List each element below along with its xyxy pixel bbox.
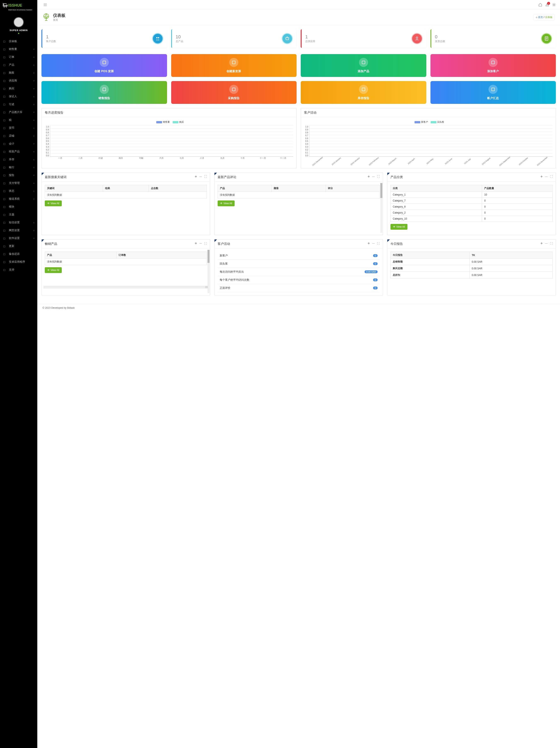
sidebar-item[interactable]: ◻更新 — [0, 242, 37, 250]
action-card[interactable]: 销售报告 — [42, 81, 167, 104]
panel-monthly-progress: 每月进度报告 销售量 购买 1.00.90.80.70.60.50.40.30.… — [42, 108, 297, 168]
sidebar-item[interactable]: ◻顾客› — [0, 69, 37, 77]
nav-icon: ◻ — [3, 182, 6, 185]
sidebar-item[interactable]: ◻主题 — [0, 211, 37, 218]
action-card[interactable]: 添加产品 — [301, 54, 426, 77]
stat-card[interactable]: 0发票总额 — [431, 29, 556, 48]
nav-label: 税 — [9, 118, 11, 122]
move-icon[interactable]: ✥ — [195, 175, 197, 178]
legend-color-1 — [414, 121, 420, 123]
sidebar-item[interactable]: ◻销售量› — [0, 45, 37, 53]
action-card[interactable]: 创建新发票 — [171, 54, 297, 77]
chart-legend: 新客户 回头客 — [304, 120, 553, 123]
sidebar-item[interactable]: ◻供应商› — [0, 77, 37, 85]
move-icon[interactable]: ✥ — [540, 242, 542, 245]
gear-icon[interactable] — [552, 3, 556, 7]
stat-icon — [541, 33, 552, 44]
alert-icon[interactable]: 0 — [545, 3, 549, 7]
expand-icon[interactable]: ⛶ — [377, 175, 380, 178]
table-header: 关键词 — [45, 185, 103, 192]
scrollbar[interactable] — [380, 183, 382, 233]
minimize-icon[interactable]: — — [199, 175, 202, 178]
stat-card[interactable]: 1总供应商 — [301, 29, 426, 48]
table-row: Category_70 — [391, 198, 553, 204]
eye-icon: 👁 — [393, 225, 395, 228]
action-icon — [100, 85, 109, 94]
nav-icon: ◻ — [3, 126, 6, 130]
sidebar-item[interactable]: ◻会计› — [0, 140, 37, 148]
move-icon[interactable]: ✥ — [368, 175, 370, 178]
sidebar-item[interactable]: ◻支持 — [0, 266, 37, 274]
chevron-right-icon: › — [33, 88, 34, 90]
table-header: 点击数 — [149, 185, 207, 192]
move-icon[interactable]: ✥ — [540, 175, 542, 178]
page-header: 仪表板 首页 ⌂ 首页 / 仪表板 — [37, 9, 560, 25]
sidebar-item[interactable]: ◻订单› — [0, 53, 37, 61]
sidebar-item[interactable]: ◻税› — [0, 116, 37, 124]
sidebar-item[interactable]: ◻银行› — [0, 163, 37, 171]
list-item: 正面评价0 — [218, 284, 380, 292]
stat-label: 总产品 — [176, 40, 183, 43]
view-all-button[interactable]: 👁View All — [45, 201, 62, 206]
svg-point-0 — [4, 7, 4, 7]
scrollbar-h[interactable] — [44, 286, 208, 288]
sidebar-item[interactable]: ◻产品图片库› — [0, 108, 37, 116]
sidebar-item[interactable]: ◻网页设置› — [0, 226, 37, 234]
sidebar-item[interactable]: ◻输送系统› — [0, 195, 37, 203]
sidebar-item[interactable]: ◻状态› — [0, 187, 37, 195]
sidebar-item[interactable]: ◻备份还原 — [0, 250, 37, 258]
view-all-button[interactable]: 👁View All — [218, 201, 235, 206]
sidebar-item[interactable]: ◻组装产品› — [0, 148, 37, 156]
sidebar-item[interactable]: ◻库存› — [0, 156, 37, 163]
sidebar-item[interactable]: ◻仪表板 — [0, 37, 37, 45]
globe-icon — [43, 13, 50, 21]
svg-point-5 — [44, 4, 45, 5]
sidebar-item[interactable]: ◻货币› — [0, 124, 37, 132]
bc-home[interactable]: 首页 — [538, 16, 543, 19]
minimize-icon[interactable]: — — [372, 242, 375, 245]
action-card[interactable]: 库存报告 — [301, 81, 426, 104]
chevron-right-icon: › — [33, 127, 34, 129]
minimize-icon[interactable]: — — [545, 175, 547, 178]
nav: ◻仪表板◻销售量›◻订单›◻产品›◻顾客›◻供应商›◻购买›◻保证人›◻引述›◻… — [0, 37, 37, 274]
sidebar-item[interactable]: ◻短信设置› — [0, 218, 37, 226]
sidebar-item[interactable]: ◻安卓应用程序 — [0, 258, 37, 266]
sidebar-item[interactable]: ◻模块 — [0, 203, 37, 211]
sidebar-item[interactable]: ◻支付管理› — [0, 179, 37, 187]
stat-card[interactable]: 1客户总数 — [42, 29, 167, 48]
no-data: 没有找到数据 — [218, 192, 380, 198]
avatar[interactable] — [14, 17, 24, 27]
view-all-button[interactable]: 👁View All — [390, 224, 408, 230]
expand-icon[interactable]: ⛶ — [377, 242, 380, 245]
expand-icon[interactable]: ⛶ — [550, 175, 553, 178]
svg-point-15 — [158, 37, 159, 38]
sidebar-item[interactable]: ◻引述› — [0, 100, 37, 108]
sidebar-item[interactable]: ◻保证人› — [0, 92, 37, 100]
apps-icon[interactable] — [44, 3, 47, 6]
sidebar-item[interactable]: ◻购买› — [0, 85, 37, 92]
view-all-button[interactable]: 👁View All — [45, 267, 62, 273]
home-icon[interactable] — [538, 3, 542, 7]
expand-icon[interactable]: ⛶ — [550, 242, 553, 245]
action-card[interactable]: 采购报告 — [171, 81, 297, 104]
minimize-icon[interactable]: — — [545, 242, 547, 245]
minimize-icon[interactable]: — — [199, 242, 202, 245]
sidebar-item[interactable]: ◻产品› — [0, 61, 37, 69]
nav-label: 产品图片库 — [9, 110, 22, 114]
logo[interactable]: ISSHUE Multi Store eCommerce Solution — [0, 0, 37, 13]
stat-card[interactable]: 10总产品 — [171, 29, 297, 48]
minimize-icon[interactable]: — — [372, 175, 375, 178]
sidebar-item[interactable]: ◻软件设置› — [0, 234, 37, 242]
svg-rect-23 — [362, 61, 365, 64]
action-card[interactable]: 添加客户 — [431, 54, 556, 77]
eye-icon: 👁 — [47, 202, 50, 205]
stat-value: 10 — [176, 34, 183, 40]
sidebar-item[interactable]: ◻店铺› — [0, 132, 37, 140]
action-card[interactable]: 创建 POS 发票 — [42, 54, 167, 77]
expand-icon[interactable]: ⛶ — [204, 175, 207, 178]
move-icon[interactable]: ✥ — [368, 242, 370, 245]
move-icon[interactable]: ✥ — [195, 242, 197, 245]
action-card[interactable]: 帐户汇总 — [431, 81, 556, 104]
sidebar-item[interactable]: ◻报告› — [0, 171, 37, 179]
expand-icon[interactable]: ⛶ — [204, 242, 207, 245]
